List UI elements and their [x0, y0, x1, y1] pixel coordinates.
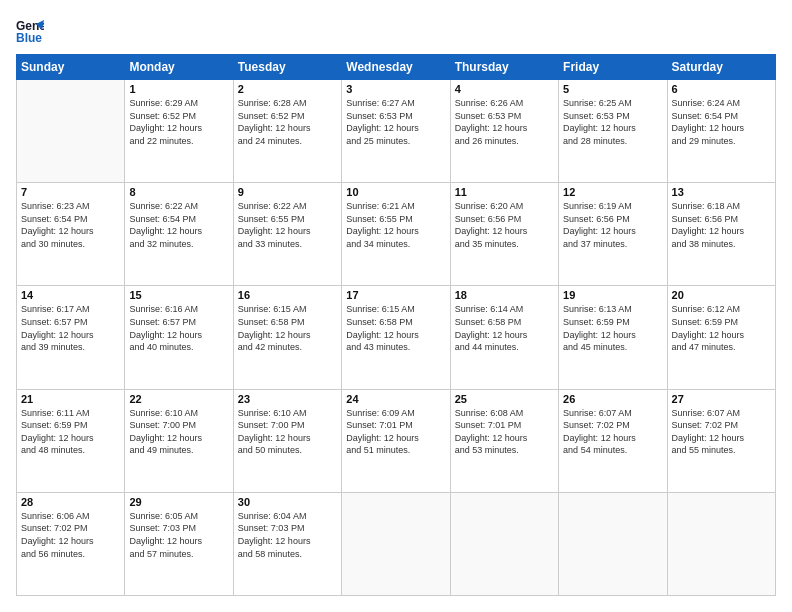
- day-number: 4: [455, 83, 554, 95]
- day-info: Sunrise: 6:19 AM Sunset: 6:56 PM Dayligh…: [563, 200, 662, 250]
- calendar-cell: 30Sunrise: 6:04 AM Sunset: 7:03 PM Dayli…: [233, 492, 341, 595]
- calendar-cell: 22Sunrise: 6:10 AM Sunset: 7:00 PM Dayli…: [125, 389, 233, 492]
- calendar-cell: 15Sunrise: 6:16 AM Sunset: 6:57 PM Dayli…: [125, 286, 233, 389]
- day-info: Sunrise: 6:29 AM Sunset: 6:52 PM Dayligh…: [129, 97, 228, 147]
- calendar-cell: 26Sunrise: 6:07 AM Sunset: 7:02 PM Dayli…: [559, 389, 667, 492]
- day-number: 5: [563, 83, 662, 95]
- col-header-sunday: Sunday: [17, 55, 125, 80]
- calendar-cell: 11Sunrise: 6:20 AM Sunset: 6:56 PM Dayli…: [450, 183, 558, 286]
- calendar-cell: [342, 492, 450, 595]
- day-info: Sunrise: 6:06 AM Sunset: 7:02 PM Dayligh…: [21, 510, 120, 560]
- col-header-wednesday: Wednesday: [342, 55, 450, 80]
- day-number: 22: [129, 393, 228, 405]
- calendar-cell: 10Sunrise: 6:21 AM Sunset: 6:55 PM Dayli…: [342, 183, 450, 286]
- calendar-table: SundayMondayTuesdayWednesdayThursdayFrid…: [16, 54, 776, 596]
- day-info: Sunrise: 6:24 AM Sunset: 6:54 PM Dayligh…: [672, 97, 771, 147]
- day-number: 2: [238, 83, 337, 95]
- day-number: 3: [346, 83, 445, 95]
- day-info: Sunrise: 6:07 AM Sunset: 7:02 PM Dayligh…: [563, 407, 662, 457]
- calendar-week-row: 28Sunrise: 6:06 AM Sunset: 7:02 PM Dayli…: [17, 492, 776, 595]
- calendar-week-row: 1Sunrise: 6:29 AM Sunset: 6:52 PM Daylig…: [17, 80, 776, 183]
- day-number: 15: [129, 289, 228, 301]
- calendar-cell: 20Sunrise: 6:12 AM Sunset: 6:59 PM Dayli…: [667, 286, 775, 389]
- day-number: 13: [672, 186, 771, 198]
- calendar-cell: 17Sunrise: 6:15 AM Sunset: 6:58 PM Dayli…: [342, 286, 450, 389]
- calendar-cell: 8Sunrise: 6:22 AM Sunset: 6:54 PM Daylig…: [125, 183, 233, 286]
- day-number: 25: [455, 393, 554, 405]
- day-info: Sunrise: 6:05 AM Sunset: 7:03 PM Dayligh…: [129, 510, 228, 560]
- day-info: Sunrise: 6:08 AM Sunset: 7:01 PM Dayligh…: [455, 407, 554, 457]
- day-number: 23: [238, 393, 337, 405]
- calendar-week-row: 21Sunrise: 6:11 AM Sunset: 6:59 PM Dayli…: [17, 389, 776, 492]
- calendar-cell: 27Sunrise: 6:07 AM Sunset: 7:02 PM Dayli…: [667, 389, 775, 492]
- day-number: 8: [129, 186, 228, 198]
- day-info: Sunrise: 6:28 AM Sunset: 6:52 PM Dayligh…: [238, 97, 337, 147]
- calendar-cell: 23Sunrise: 6:10 AM Sunset: 7:00 PM Dayli…: [233, 389, 341, 492]
- calendar-cell: 3Sunrise: 6:27 AM Sunset: 6:53 PM Daylig…: [342, 80, 450, 183]
- calendar-cell: 19Sunrise: 6:13 AM Sunset: 6:59 PM Dayli…: [559, 286, 667, 389]
- calendar-cell: 1Sunrise: 6:29 AM Sunset: 6:52 PM Daylig…: [125, 80, 233, 183]
- day-info: Sunrise: 6:12 AM Sunset: 6:59 PM Dayligh…: [672, 303, 771, 353]
- day-number: 20: [672, 289, 771, 301]
- calendar-cell: 29Sunrise: 6:05 AM Sunset: 7:03 PM Dayli…: [125, 492, 233, 595]
- calendar-cell: 9Sunrise: 6:22 AM Sunset: 6:55 PM Daylig…: [233, 183, 341, 286]
- calendar-cell: 6Sunrise: 6:24 AM Sunset: 6:54 PM Daylig…: [667, 80, 775, 183]
- day-number: 12: [563, 186, 662, 198]
- day-info: Sunrise: 6:27 AM Sunset: 6:53 PM Dayligh…: [346, 97, 445, 147]
- day-info: Sunrise: 6:15 AM Sunset: 6:58 PM Dayligh…: [238, 303, 337, 353]
- calendar-cell: 24Sunrise: 6:09 AM Sunset: 7:01 PM Dayli…: [342, 389, 450, 492]
- col-header-friday: Friday: [559, 55, 667, 80]
- day-info: Sunrise: 6:21 AM Sunset: 6:55 PM Dayligh…: [346, 200, 445, 250]
- calendar-cell: 25Sunrise: 6:08 AM Sunset: 7:01 PM Dayli…: [450, 389, 558, 492]
- calendar-week-row: 14Sunrise: 6:17 AM Sunset: 6:57 PM Dayli…: [17, 286, 776, 389]
- day-info: Sunrise: 6:07 AM Sunset: 7:02 PM Dayligh…: [672, 407, 771, 457]
- day-info: Sunrise: 6:13 AM Sunset: 6:59 PM Dayligh…: [563, 303, 662, 353]
- calendar-week-row: 7Sunrise: 6:23 AM Sunset: 6:54 PM Daylig…: [17, 183, 776, 286]
- col-header-saturday: Saturday: [667, 55, 775, 80]
- day-number: 1: [129, 83, 228, 95]
- col-header-thursday: Thursday: [450, 55, 558, 80]
- calendar-cell: 18Sunrise: 6:14 AM Sunset: 6:58 PM Dayli…: [450, 286, 558, 389]
- day-number: 10: [346, 186, 445, 198]
- day-info: Sunrise: 6:18 AM Sunset: 6:56 PM Dayligh…: [672, 200, 771, 250]
- day-number: 26: [563, 393, 662, 405]
- day-info: Sunrise: 6:26 AM Sunset: 6:53 PM Dayligh…: [455, 97, 554, 147]
- col-header-tuesday: Tuesday: [233, 55, 341, 80]
- calendar-cell: 2Sunrise: 6:28 AM Sunset: 6:52 PM Daylig…: [233, 80, 341, 183]
- day-info: Sunrise: 6:11 AM Sunset: 6:59 PM Dayligh…: [21, 407, 120, 457]
- calendar-header-row: SundayMondayTuesdayWednesdayThursdayFrid…: [17, 55, 776, 80]
- calendar-cell: 28Sunrise: 6:06 AM Sunset: 7:02 PM Dayli…: [17, 492, 125, 595]
- day-number: 14: [21, 289, 120, 301]
- day-number: 19: [563, 289, 662, 301]
- header: General Blue: [16, 16, 776, 44]
- day-info: Sunrise: 6:22 AM Sunset: 6:54 PM Dayligh…: [129, 200, 228, 250]
- day-number: 16: [238, 289, 337, 301]
- day-number: 11: [455, 186, 554, 198]
- day-info: Sunrise: 6:20 AM Sunset: 6:56 PM Dayligh…: [455, 200, 554, 250]
- day-info: Sunrise: 6:15 AM Sunset: 6:58 PM Dayligh…: [346, 303, 445, 353]
- calendar-cell: 16Sunrise: 6:15 AM Sunset: 6:58 PM Dayli…: [233, 286, 341, 389]
- day-info: Sunrise: 6:10 AM Sunset: 7:00 PM Dayligh…: [129, 407, 228, 457]
- day-number: 29: [129, 496, 228, 508]
- calendar-page: General Blue SundayMondayTuesdayWednesda…: [0, 0, 792, 612]
- day-number: 6: [672, 83, 771, 95]
- calendar-cell: 5Sunrise: 6:25 AM Sunset: 6:53 PM Daylig…: [559, 80, 667, 183]
- day-number: 24: [346, 393, 445, 405]
- col-header-monday: Monday: [125, 55, 233, 80]
- calendar-cell: 4Sunrise: 6:26 AM Sunset: 6:53 PM Daylig…: [450, 80, 558, 183]
- calendar-cell: 13Sunrise: 6:18 AM Sunset: 6:56 PM Dayli…: [667, 183, 775, 286]
- calendar-cell: [667, 492, 775, 595]
- calendar-cell: [450, 492, 558, 595]
- svg-text:Blue: Blue: [16, 31, 42, 44]
- logo: General Blue: [16, 16, 48, 44]
- day-info: Sunrise: 6:16 AM Sunset: 6:57 PM Dayligh…: [129, 303, 228, 353]
- day-number: 28: [21, 496, 120, 508]
- day-number: 7: [21, 186, 120, 198]
- calendar-cell: 7Sunrise: 6:23 AM Sunset: 6:54 PM Daylig…: [17, 183, 125, 286]
- calendar-cell: [559, 492, 667, 595]
- calendar-cell: [17, 80, 125, 183]
- day-info: Sunrise: 6:09 AM Sunset: 7:01 PM Dayligh…: [346, 407, 445, 457]
- day-info: Sunrise: 6:04 AM Sunset: 7:03 PM Dayligh…: [238, 510, 337, 560]
- day-number: 9: [238, 186, 337, 198]
- calendar-cell: 21Sunrise: 6:11 AM Sunset: 6:59 PM Dayli…: [17, 389, 125, 492]
